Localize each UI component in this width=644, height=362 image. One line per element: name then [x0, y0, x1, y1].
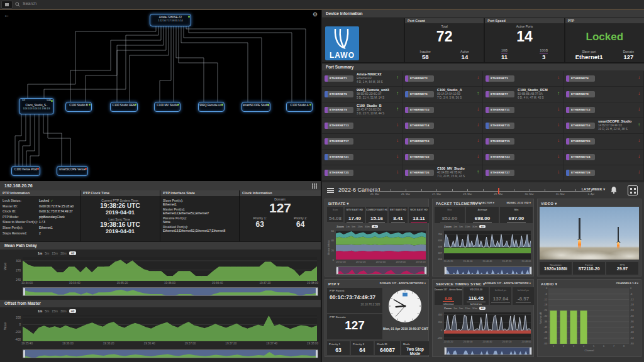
port-badge-ethernet24[interactable]: ETHERNET24 — [566, 154, 595, 160]
range-button-5m[interactable]: 5m — [45, 309, 49, 313]
topology-node-arista[interactable]: Arista-7280SE-721 12 16 7 17 3 8 31 5 14 — [150, 14, 191, 26]
port-badge-ethernet16[interactable]: ETHERNET16 — [566, 123, 595, 129]
port-badge-ethernet5[interactable]: ETHERNET5 — [325, 91, 353, 97]
stat-reference[interactable]: Domain 127 - Arista Network0.00reference — [435, 287, 462, 305]
navigator-handle-right[interactable] — [316, 288, 318, 295]
grid-view-icon[interactable] — [312, 184, 317, 189]
notifications-bell-icon[interactable] — [610, 186, 618, 194]
back-icon[interactable]: ← — [4, 13, 9, 18]
timeline-playhead[interactable] — [498, 188, 499, 194]
topology-node-studio_rem[interactable]: C100 Studio REM — [110, 102, 138, 112]
stat-behind-s[interactable]: behind µs-8.57 — [513, 287, 534, 305]
navigator-handle-left[interactable] — [445, 348, 447, 354]
port-badge-ethernet14[interactable]: ETHERNET14 — [405, 123, 434, 129]
topology-node-cisco[interactable]: 1/21/48Cisco_Studio_S..1/24 1/23 1/24 1/… — [19, 98, 54, 114]
video-preview[interactable] — [540, 207, 639, 260]
port-badge-ethernet2[interactable]: ETHERNET2 — [405, 75, 434, 82]
range-button-15m[interactable]: 15m — [52, 309, 58, 313]
range-button-30m[interactable]: 30m — [60, 309, 67, 313]
chart-navigator[interactable] — [23, 287, 318, 296]
zoom-button-All[interactable]: All — [479, 307, 486, 310]
port-badge-ethernet1[interactable]: ETHERNET1 — [325, 75, 353, 82]
port-badge-ethernet8[interactable]: ETHERNET8 — [566, 91, 595, 97]
zoom-button-15m[interactable]: 15m — [465, 225, 470, 228]
navigator-handle-left[interactable] — [23, 288, 25, 295]
port-badge-ethernet18[interactable]: ETHERNET18 — [405, 138, 434, 145]
topology-node-remote[interactable]: 999Q Remote un.. — [198, 102, 225, 112]
port-badge-ethernet17[interactable]: ETHERNET17 — [325, 138, 353, 145]
speed-10gb-label[interactable]: 10GB — [540, 48, 548, 53]
port-badge-ethernet21[interactable]: ETHERNET21 — [325, 154, 353, 160]
range-button-All[interactable]: All — [69, 309, 77, 313]
navigator-handle-right[interactable] — [530, 267, 531, 274]
chart-navigator[interactable] — [336, 266, 427, 275]
range-button-1m[interactable]: 1m — [38, 309, 42, 313]
topology-node-venue_prod[interactable]: C100 Venue Prod — [11, 166, 40, 176]
settings-gear-icon[interactable]: ⚙ — [313, 12, 318, 18]
port-badge-ethernet11[interactable]: ETHERNET11 — [486, 107, 514, 113]
stat-mtv-east-hd[interactable]: MTV EAST HD17.40Mb/s — [345, 207, 365, 223]
port-badge-ethernet13[interactable]: ETHERNET13 — [325, 123, 353, 129]
navigator-handle-right[interactable] — [425, 267, 426, 274]
range-button-All[interactable]: All — [69, 251, 77, 255]
port-badge-ethernet27[interactable]: ETHERNET27 — [486, 170, 514, 176]
port-badge-ethernet23[interactable]: ETHERNET23 — [486, 154, 514, 160]
zoom-button-All[interactable]: All — [479, 225, 486, 228]
port-badge-ethernet20[interactable]: ETHERNET20 — [566, 138, 595, 145]
chart-navigator[interactable] — [444, 347, 532, 355]
search-input[interactable]: Search — [23, 1, 36, 6]
port-badge-ethernet28[interactable]: ETHERNET28 — [566, 170, 595, 176]
apps-grid-icon[interactable] — [628, 185, 638, 195]
port-badge-ethernet4[interactable]: ETHERNET4 — [566, 75, 595, 82]
port-badge-ethernet15[interactable]: ETHERNET15 — [486, 123, 514, 129]
port-badge-ethernet19[interactable]: ETHERNET19 — [486, 138, 514, 145]
panel-title[interactable]: VIDEO ▾ — [541, 201, 557, 206]
navigator-handle-left[interactable] — [336, 267, 338, 274]
port-badge-ethernet22[interactable]: ETHERNET22 — [405, 154, 434, 160]
app-menu-button[interactable] — [1, 1, 13, 9]
zoom-button-15m[interactable]: 15m — [357, 225, 363, 228]
zoom-button-30m[interactable]: 30m — [365, 225, 370, 228]
time-range-dropdown[interactable]: LAST WEEK ▾ — [582, 187, 605, 191]
topology-node-scope_studio[interactable]: smartSCOPE Studio — [242, 102, 270, 112]
navigator-handle-right[interactable] — [316, 350, 318, 358]
range-button-15m[interactable]: 15m — [52, 251, 58, 255]
stat-sum[interactable]: Sum54.08Mb/s — [327, 207, 343, 223]
panel-title[interactable]: AUDIO ▾ — [541, 282, 557, 286]
menu-icon[interactable] — [327, 188, 334, 194]
navigator-handle-left[interactable] — [445, 267, 447, 274]
port-badge-ethernet3[interactable]: ETHERNET3 — [486, 75, 514, 82]
port-badge-ethernet10[interactable]: ETHERNET10 — [405, 107, 434, 113]
stat-min[interactable]: Min697.00µs — [500, 207, 533, 223]
stat-comedy-east-hd[interactable]: COMEDY EAST HD15.16Mb/s — [366, 207, 387, 223]
range-button-5m[interactable]: 5m — [45, 251, 49, 255]
chart-navigator[interactable] — [23, 349, 318, 358]
chart-navigator[interactable] — [444, 266, 532, 275]
port-badge-ethernet9[interactable]: ETHERNET9 — [325, 107, 353, 113]
port-badge-ethernet6[interactable]: ETHERNET6 — [405, 91, 434, 97]
panel-title[interactable]: PTP ▾ — [328, 282, 340, 286]
range-button-1m[interactable]: 1m — [38, 251, 42, 255]
topology-node-scope_venue[interactable]: smartSCOPE Venue — [57, 166, 88, 176]
topology-canvas[interactable]: ← ⚙ Arista-7280SE-721 12 16 7 17 3 8 31 … — [0, 10, 321, 181]
zoom-button-15m[interactable]: 15m — [465, 307, 470, 310]
zoom-button-1m[interactable]: 1m — [453, 307, 457, 310]
port-badge-ethernet25[interactable]: ETHERNET25 — [325, 170, 353, 176]
stat-max[interactable]: Max852.00µs — [435, 207, 465, 223]
topology-node-mv_studio[interactable]: C100 MV Studio — [154, 102, 180, 112]
stat-behind-s[interactable]: VID 2110-20116.45behind µs — [464, 287, 489, 305]
navigator-handle-left[interactable] — [23, 350, 25, 358]
range-button-30m[interactable]: 30m — [60, 251, 67, 255]
zoom-button-1m[interactable]: 1m — [453, 225, 457, 228]
panel-title[interactable]: SERVICE TIMING SYNC ▾ — [436, 282, 485, 286]
zoom-button-30m[interactable]: 30m — [472, 307, 478, 310]
port-badge-ethernet26[interactable]: ETHERNET26 — [405, 170, 434, 176]
zoom-button-30m[interactable]: 30m — [472, 225, 478, 228]
topology-node-studio_b[interactable]: C100 Studio B — [65, 102, 92, 112]
zoom-button-5m[interactable]: 5m — [459, 225, 463, 228]
zoom-button-5m[interactable]: 5m — [459, 307, 463, 310]
zoom-button-1m[interactable]: 1m — [346, 225, 350, 228]
port-badge-ethernet7[interactable]: ETHERNET7 — [486, 91, 514, 97]
panel-title[interactable]: BITRATE ▾ — [328, 201, 349, 206]
port-badge-ethernet12[interactable]: ETHERNET12 — [566, 107, 595, 113]
